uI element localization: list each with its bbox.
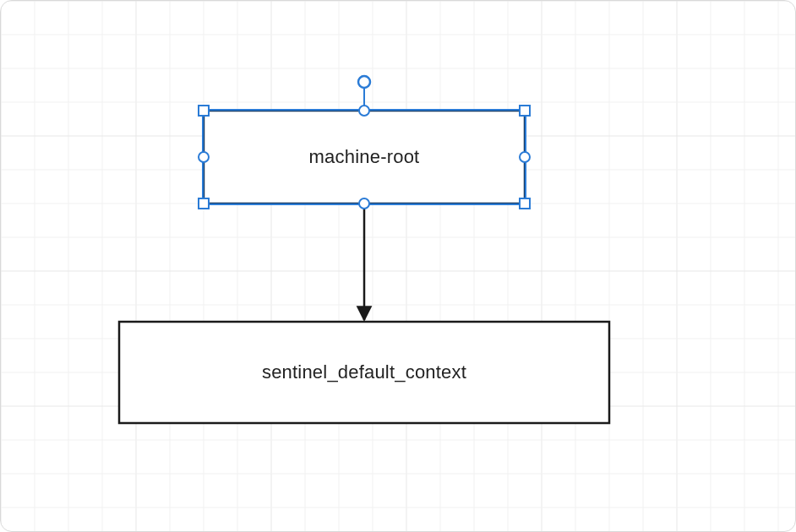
- port-handle-e[interactable]: [520, 152, 530, 162]
- resize-handle-sw[interactable]: [199, 198, 209, 209]
- node-root-label: machine-root: [309, 146, 420, 167]
- resize-handle-nw[interactable]: [199, 106, 209, 116]
- node-ctx[interactable]: sentinel_default_context: [119, 322, 609, 423]
- resize-handle-ne[interactable]: [520, 106, 530, 116]
- port-handle-s[interactable]: [359, 198, 369, 209]
- port-handle-w[interactable]: [199, 152, 209, 162]
- canvas-frame[interactable]: sentinel_default_contextmachine-root: [0, 0, 796, 532]
- resize-handle-se[interactable]: [520, 198, 530, 209]
- diagram-svg[interactable]: sentinel_default_contextmachine-root: [1, 1, 796, 532]
- external-port-icon[interactable]: [358, 76, 370, 88]
- node-root[interactable]: machine-root: [199, 106, 530, 209]
- grid: [1, 1, 796, 532]
- node-ctx-label: sentinel_default_context: [262, 361, 466, 383]
- port-handle-n[interactable]: [359, 106, 369, 116]
